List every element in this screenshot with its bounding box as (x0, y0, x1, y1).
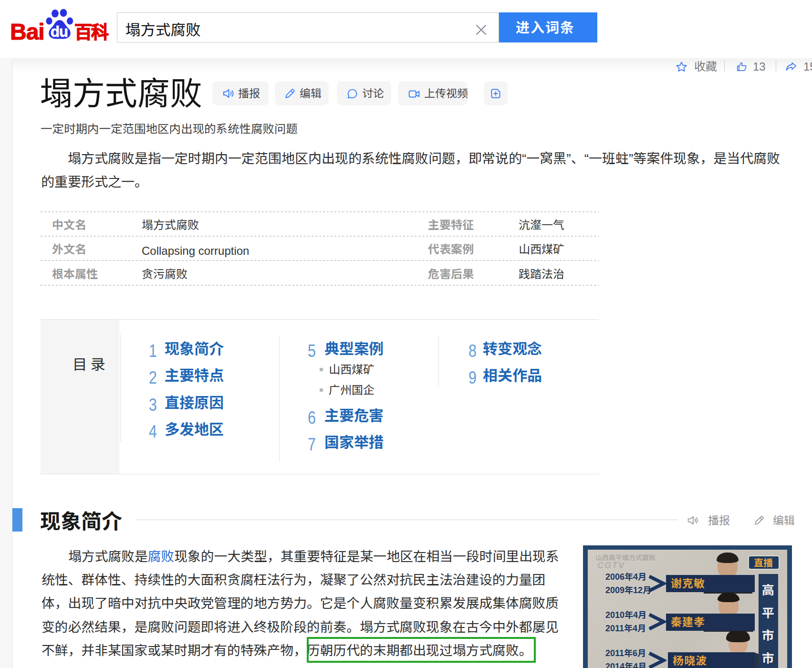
svg-text:百科: 百科 (74, 18, 109, 44)
svg-text:Bai: Bai (10, 19, 44, 44)
svg-text:du: du (51, 23, 68, 40)
